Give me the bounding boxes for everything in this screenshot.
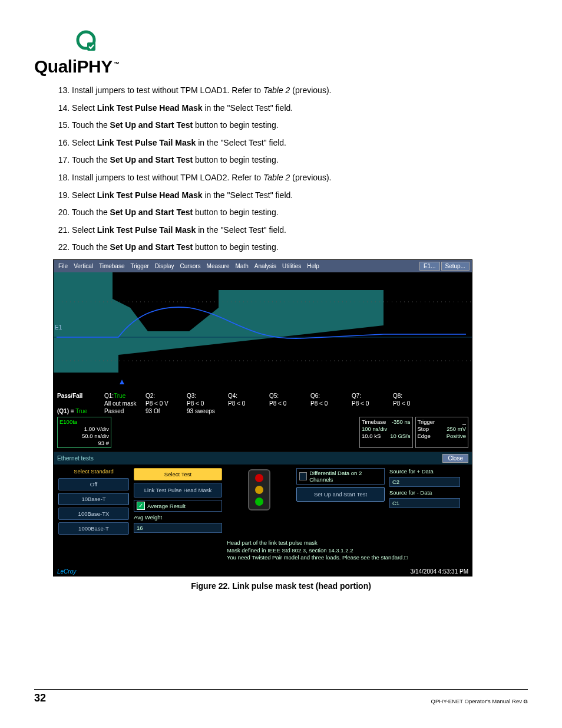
select-test-value[interactable]: Link Test Pulse Head Mask	[134, 483, 222, 498]
step-item: Touch the Set Up and Start Test button t…	[72, 207, 528, 219]
menu-display[interactable]: Display	[153, 263, 177, 269]
waveform-area: E1	[54, 272, 472, 390]
avg-weight-label: Avg Weight	[134, 514, 222, 521]
menu-vertical[interactable]: Vertical	[71, 263, 95, 269]
datetime-label: 3/14/2004 4:53:31 PM	[411, 568, 468, 575]
menu-e1-button[interactable]: E1...	[419, 262, 440, 271]
menu-cursors[interactable]: Cursors	[178, 263, 203, 269]
logo: QualiPHY™	[34, 28, 528, 77]
trigger-box[interactable]: Trigger ⎯ Stop250 mV EdgePositive	[415, 417, 469, 449]
step-item: Select Link Test Pulse Head Mask in the …	[72, 190, 528, 202]
page-number: 32	[34, 692, 46, 704]
menu-help[interactable]: Help	[305, 263, 322, 269]
menu-math[interactable]: Math	[233, 263, 251, 269]
menu-measure[interactable]: Measure	[204, 263, 232, 269]
source-neg-input[interactable]: C1	[389, 498, 460, 508]
select-standard-label: Select Standard	[58, 468, 129, 476]
menu-analysis[interactable]: Analysis	[252, 263, 279, 269]
menu-trigger[interactable]: Trigger	[128, 263, 151, 269]
source-pos-label: Source for + Data	[389, 468, 460, 475]
menu-timebase[interactable]: Timebase	[97, 263, 127, 269]
source-neg-label: Source for - Data	[389, 489, 460, 496]
panel-note: Head part of the link test pulse mask Ma…	[227, 538, 460, 561]
step-item: Touch the Set Up and Start Test button t…	[72, 154, 528, 166]
menu-file[interactable]: File	[56, 263, 70, 269]
passfail-readout: Pass/Fail Q1:True Q2: Q3: Q4: Q5: Q6: Q7…	[54, 390, 472, 416]
step-item: Touch the Set Up and Start Test button t…	[72, 120, 528, 131]
setup-start-test-button[interactable]: Set Up and Start Test	[296, 487, 385, 502]
std-10baset-button[interactable]: 10Base-T	[58, 493, 129, 505]
doc-rev: QPHY-ENET Operator's Manual Rev G	[431, 698, 528, 704]
timebase-box[interactable]: Timebase-350 ns 100 ns/div 10.0 kS 10 GS…	[359, 417, 413, 449]
step-item: Touch the Set Up and Start Test button t…	[72, 242, 528, 253]
steps-list: Install jumpers to test without TPM LOAD…	[34, 85, 528, 253]
oscilloscope-screenshot: FileVerticalTimebaseTriggerDisplayCursor…	[53, 259, 472, 577]
logo-text: QualiPHY™	[34, 57, 119, 76]
page-footer: 32 QPHY-ENET Operator's Manual Rev G	[34, 689, 528, 704]
step-item: Select Link Test Pulse Tail Mask in the …	[72, 137, 528, 149]
average-result-checkbox[interactable]: ✓Average Result	[134, 500, 222, 512]
differential-data-checkbox[interactable]: Differential Data on 2 Channels	[296, 468, 385, 485]
svg-marker-5	[118, 325, 384, 373]
step-item: Select Link Test Pulse Head Mask in the …	[72, 103, 528, 114]
svg-rect-1	[87, 42, 95, 51]
std-off-button[interactable]: Off	[58, 478, 129, 490]
brand-label: LeCroy	[57, 568, 76, 575]
channel-box[interactable]: E100ta 1.00 V/div 50.0 ns/div 93 #	[57, 417, 111, 449]
step-item: Select Link Test Pulse Tail Mask in the …	[72, 225, 528, 236]
svg-marker-6	[384, 272, 472, 390]
menu-setup-button[interactable]: Setup...	[441, 262, 470, 271]
logo-q-icon	[73, 28, 99, 54]
step-item: Install jumpers to test without TPM LOAD…	[72, 85, 528, 97]
avg-weight-input[interactable]: 16	[134, 523, 222, 533]
waveform-svg	[54, 272, 472, 390]
ethernet-tests-panel: Select Standard Off 10Base-T 100Base-TX …	[54, 465, 472, 567]
std-100basetx-button[interactable]: 100Base-TX	[58, 508, 129, 520]
std-1000baset-button[interactable]: 1000Base-T	[58, 522, 129, 535]
ethernet-tests-label: Ethernet tests	[57, 455, 94, 462]
figure-caption: Figure 22. Link pulse mask test (head po…	[34, 581, 528, 591]
traffic-light-icon	[248, 469, 270, 510]
source-pos-input[interactable]: C2	[389, 477, 460, 487]
scope-menubar: FileVerticalTimebaseTriggerDisplayCursor…	[54, 260, 472, 272]
step-item: Install jumpers to test without TPM LOAD…	[72, 172, 528, 184]
menu-utilities[interactable]: Utilities	[280, 263, 303, 269]
select-test-header[interactable]: Select Test	[134, 468, 222, 480]
close-button[interactable]: Close	[442, 454, 468, 463]
